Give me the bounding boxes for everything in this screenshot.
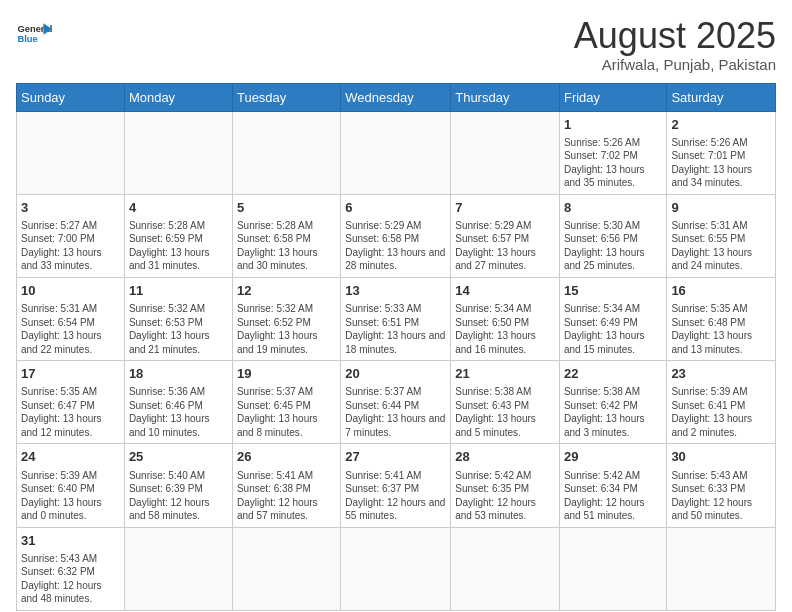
day-number: 6: [345, 199, 446, 217]
day-info: Sunrise: 5:29 AM Sunset: 6:57 PM Dayligh…: [455, 219, 555, 273]
weekday-header-thursday: Thursday: [451, 83, 560, 111]
day-info: Sunrise: 5:34 AM Sunset: 6:49 PM Dayligh…: [564, 302, 662, 356]
calendar-cell: 9Sunrise: 5:31 AM Sunset: 6:55 PM Daylig…: [667, 194, 776, 277]
weekday-header-monday: Monday: [124, 83, 232, 111]
calendar-cell: 21Sunrise: 5:38 AM Sunset: 6:43 PM Dayli…: [451, 361, 560, 444]
calendar-cell: 28Sunrise: 5:42 AM Sunset: 6:35 PM Dayli…: [451, 444, 560, 527]
day-info: Sunrise: 5:32 AM Sunset: 6:53 PM Dayligh…: [129, 302, 228, 356]
calendar-cell: 31Sunrise: 5:43 AM Sunset: 6:32 PM Dayli…: [17, 527, 125, 610]
svg-text:Blue: Blue: [17, 34, 37, 44]
calendar-cell: 14Sunrise: 5:34 AM Sunset: 6:50 PM Dayli…: [451, 277, 560, 360]
day-number: 24: [21, 448, 120, 466]
day-info: Sunrise: 5:38 AM Sunset: 6:42 PM Dayligh…: [564, 385, 662, 439]
day-info: Sunrise: 5:28 AM Sunset: 6:58 PM Dayligh…: [237, 219, 336, 273]
calendar-week-6: 31Sunrise: 5:43 AM Sunset: 6:32 PM Dayli…: [17, 527, 776, 610]
calendar-cell: 5Sunrise: 5:28 AM Sunset: 6:58 PM Daylig…: [232, 194, 340, 277]
calendar-cell: 20Sunrise: 5:37 AM Sunset: 6:44 PM Dayli…: [341, 361, 451, 444]
day-info: Sunrise: 5:35 AM Sunset: 6:48 PM Dayligh…: [671, 302, 771, 356]
day-info: Sunrise: 5:36 AM Sunset: 6:46 PM Dayligh…: [129, 385, 228, 439]
calendar-cell: [17, 111, 125, 194]
day-info: Sunrise: 5:37 AM Sunset: 6:44 PM Dayligh…: [345, 385, 446, 439]
calendar-cell: [451, 111, 560, 194]
weekday-header-wednesday: Wednesday: [341, 83, 451, 111]
weekday-header-row: SundayMondayTuesdayWednesdayThursdayFrid…: [17, 83, 776, 111]
calendar-cell: 8Sunrise: 5:30 AM Sunset: 6:56 PM Daylig…: [559, 194, 666, 277]
calendar-cell: 23Sunrise: 5:39 AM Sunset: 6:41 PM Dayli…: [667, 361, 776, 444]
calendar-cell: [124, 527, 232, 610]
day-info: Sunrise: 5:34 AM Sunset: 6:50 PM Dayligh…: [455, 302, 555, 356]
calendar-cell: 7Sunrise: 5:29 AM Sunset: 6:57 PM Daylig…: [451, 194, 560, 277]
calendar-week-3: 10Sunrise: 5:31 AM Sunset: 6:54 PM Dayli…: [17, 277, 776, 360]
day-info: Sunrise: 5:26 AM Sunset: 7:02 PM Dayligh…: [564, 136, 662, 190]
title-area: August 2025 Arifwala, Punjab, Pakistan: [574, 16, 776, 73]
day-info: Sunrise: 5:43 AM Sunset: 6:33 PM Dayligh…: [671, 469, 771, 523]
logo: General Blue: [16, 16, 52, 52]
calendar-cell: [667, 527, 776, 610]
day-number: 16: [671, 282, 771, 300]
calendar-cell: 2Sunrise: 5:26 AM Sunset: 7:01 PM Daylig…: [667, 111, 776, 194]
calendar-cell: 12Sunrise: 5:32 AM Sunset: 6:52 PM Dayli…: [232, 277, 340, 360]
calendar-subtitle: Arifwala, Punjab, Pakistan: [574, 56, 776, 73]
calendar-cell: 6Sunrise: 5:29 AM Sunset: 6:58 PM Daylig…: [341, 194, 451, 277]
weekday-header-saturday: Saturday: [667, 83, 776, 111]
day-number: 14: [455, 282, 555, 300]
calendar-cell: 26Sunrise: 5:41 AM Sunset: 6:38 PM Dayli…: [232, 444, 340, 527]
weekday-header-tuesday: Tuesday: [232, 83, 340, 111]
calendar-cell: [341, 527, 451, 610]
day-number: 7: [455, 199, 555, 217]
day-number: 25: [129, 448, 228, 466]
logo-icon: General Blue: [16, 16, 52, 52]
day-number: 1: [564, 116, 662, 134]
calendar-week-5: 24Sunrise: 5:39 AM Sunset: 6:40 PM Dayli…: [17, 444, 776, 527]
day-number: 20: [345, 365, 446, 383]
day-number: 11: [129, 282, 228, 300]
calendar-cell: 13Sunrise: 5:33 AM Sunset: 6:51 PM Dayli…: [341, 277, 451, 360]
day-info: Sunrise: 5:27 AM Sunset: 7:00 PM Dayligh…: [21, 219, 120, 273]
day-number: 2: [671, 116, 771, 134]
calendar-cell: [341, 111, 451, 194]
day-number: 17: [21, 365, 120, 383]
day-info: Sunrise: 5:41 AM Sunset: 6:38 PM Dayligh…: [237, 469, 336, 523]
calendar-cell: 30Sunrise: 5:43 AM Sunset: 6:33 PM Dayli…: [667, 444, 776, 527]
calendar-cell: [232, 527, 340, 610]
day-info: Sunrise: 5:28 AM Sunset: 6:59 PM Dayligh…: [129, 219, 228, 273]
day-number: 4: [129, 199, 228, 217]
day-info: Sunrise: 5:26 AM Sunset: 7:01 PM Dayligh…: [671, 136, 771, 190]
day-number: 13: [345, 282, 446, 300]
day-number: 26: [237, 448, 336, 466]
day-info: Sunrise: 5:33 AM Sunset: 6:51 PM Dayligh…: [345, 302, 446, 356]
day-number: 12: [237, 282, 336, 300]
calendar-cell: 3Sunrise: 5:27 AM Sunset: 7:00 PM Daylig…: [17, 194, 125, 277]
calendar-week-1: 1Sunrise: 5:26 AM Sunset: 7:02 PM Daylig…: [17, 111, 776, 194]
calendar-week-4: 17Sunrise: 5:35 AM Sunset: 6:47 PM Dayli…: [17, 361, 776, 444]
day-number: 22: [564, 365, 662, 383]
day-number: 18: [129, 365, 228, 383]
day-info: Sunrise: 5:40 AM Sunset: 6:39 PM Dayligh…: [129, 469, 228, 523]
day-number: 31: [21, 532, 120, 550]
calendar-cell: 4Sunrise: 5:28 AM Sunset: 6:59 PM Daylig…: [124, 194, 232, 277]
weekday-header-sunday: Sunday: [17, 83, 125, 111]
calendar-cell: 11Sunrise: 5:32 AM Sunset: 6:53 PM Dayli…: [124, 277, 232, 360]
day-number: 21: [455, 365, 555, 383]
day-info: Sunrise: 5:42 AM Sunset: 6:34 PM Dayligh…: [564, 469, 662, 523]
day-number: 19: [237, 365, 336, 383]
calendar-cell: 1Sunrise: 5:26 AM Sunset: 7:02 PM Daylig…: [559, 111, 666, 194]
day-number: 23: [671, 365, 771, 383]
day-info: Sunrise: 5:29 AM Sunset: 6:58 PM Dayligh…: [345, 219, 446, 273]
day-info: Sunrise: 5:39 AM Sunset: 6:40 PM Dayligh…: [21, 469, 120, 523]
calendar-cell: 16Sunrise: 5:35 AM Sunset: 6:48 PM Dayli…: [667, 277, 776, 360]
calendar-cell: [124, 111, 232, 194]
day-info: Sunrise: 5:32 AM Sunset: 6:52 PM Dayligh…: [237, 302, 336, 356]
calendar-cell: 17Sunrise: 5:35 AM Sunset: 6:47 PM Dayli…: [17, 361, 125, 444]
calendar-cell: 24Sunrise: 5:39 AM Sunset: 6:40 PM Dayli…: [17, 444, 125, 527]
day-number: 10: [21, 282, 120, 300]
day-number: 3: [21, 199, 120, 217]
day-info: Sunrise: 5:31 AM Sunset: 6:54 PM Dayligh…: [21, 302, 120, 356]
day-info: Sunrise: 5:35 AM Sunset: 6:47 PM Dayligh…: [21, 385, 120, 439]
day-number: 28: [455, 448, 555, 466]
calendar-week-2: 3Sunrise: 5:27 AM Sunset: 7:00 PM Daylig…: [17, 194, 776, 277]
day-info: Sunrise: 5:30 AM Sunset: 6:56 PM Dayligh…: [564, 219, 662, 273]
calendar-cell: 29Sunrise: 5:42 AM Sunset: 6:34 PM Dayli…: [559, 444, 666, 527]
calendar-cell: 10Sunrise: 5:31 AM Sunset: 6:54 PM Dayli…: [17, 277, 125, 360]
calendar-cell: [451, 527, 560, 610]
